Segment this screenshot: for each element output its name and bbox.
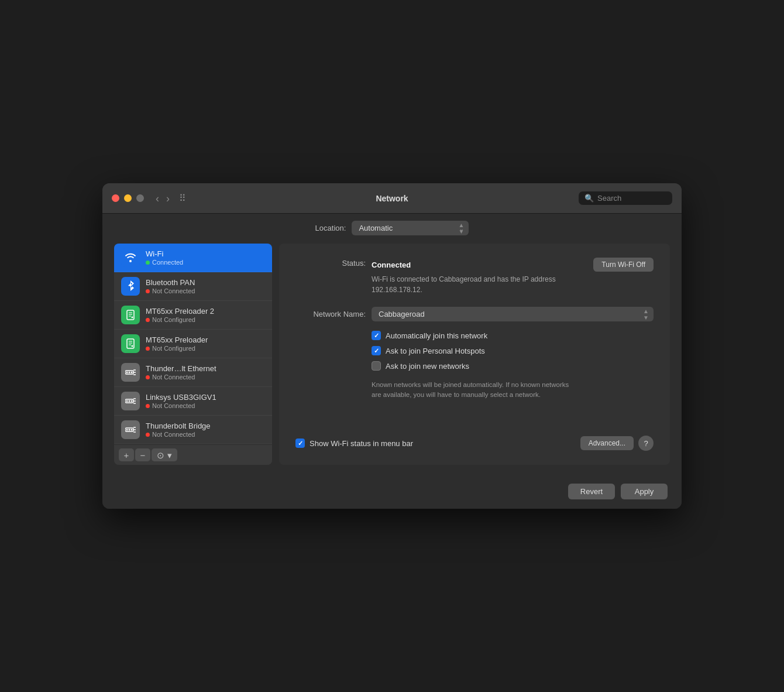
mt65xx-name: MT65xx Preloader: [146, 335, 208, 344]
show-wifi-checkbox[interactable]: ✓: [295, 439, 305, 448]
sidebar-item-wifi[interactable]: Wi-Fi Connected: [114, 244, 272, 272]
mt65xx2-status-text: Not Configured: [152, 316, 195, 323]
bluetooth-status-dot: [146, 289, 150, 293]
wifi-status: Connected: [146, 259, 183, 266]
linksys-name: Linksys USB3GIGV1: [146, 393, 216, 402]
sidebar-item-linksys[interactable]: Linksys USB3GIGV1 Not Connected: [114, 387, 272, 416]
svg-rect-2: [127, 339, 134, 348]
hint-text: Known networks will be joined automatica…: [372, 380, 570, 400]
auto-join-label: Automatically join this network: [386, 331, 487, 340]
linksys-icon: [121, 392, 140, 410]
network-name-row: Network Name: Cabbageroad ▲ ▼: [295, 307, 654, 321]
mt65xx-status-dot: [146, 347, 150, 351]
bluetooth-info: Bluetooth PAN Not Connected: [146, 278, 195, 294]
sidebar-item-mt65xx[interactable]: MT65xx Preloader Not Configured: [114, 330, 272, 358]
svg-point-3: [132, 345, 133, 347]
network-name-select[interactable]: Cabbageroad: [372, 307, 654, 321]
advanced-button[interactable]: Advanced...: [580, 436, 634, 450]
mt65xx-info: MT65xx Preloader Not Configured: [146, 335, 208, 352]
svg-point-12: [126, 400, 128, 402]
mt65xx2-name: MT65xx Preloader 2: [146, 307, 214, 316]
auto-join-checkbox[interactable]: ✓: [372, 331, 381, 340]
svg-point-1: [132, 317, 133, 318]
turn-wifi-off-button[interactable]: Turn Wi-Fi Off: [593, 258, 654, 272]
bottom-actions-row: ✓ Show Wi-Fi status in menu bar Advanced…: [295, 436, 654, 451]
thunderbolt-ethernet-name: Thunder…lt Ethernet: [146, 364, 216, 373]
add-network-button[interactable]: +: [119, 448, 134, 461]
wifi-status-dot: [146, 261, 150, 265]
bottom-right-buttons: Advanced... ?: [580, 436, 654, 451]
location-select[interactable]: Automatic Home Work: [352, 221, 469, 235]
search-box[interactable]: 🔍: [579, 191, 672, 205]
show-wifi-label: Show Wi-Fi status in menu bar: [310, 439, 413, 448]
grid-button[interactable]: ⠿: [177, 191, 188, 205]
status-description: Wi-Fi is connected to Cabbageroad and ha…: [372, 274, 559, 295]
revert-button[interactable]: Revert: [568, 484, 615, 499]
thunderbolt-ethernet-icon: [121, 363, 140, 382]
remove-network-button[interactable]: −: [135, 448, 150, 461]
minimize-button[interactable]: [124, 194, 132, 202]
mt65xx2-info: MT65xx Preloader 2 Not Configured: [146, 307, 214, 323]
status-value-col: Connected Turn Wi-Fi Off Wi-Fi is connec…: [372, 258, 654, 295]
checkboxes-section: ✓ Automatically join this network ✓ Ask …: [372, 331, 654, 371]
more-icon: ⊙ ▾: [157, 451, 171, 460]
search-icon: 🔍: [584, 194, 594, 203]
personal-hotspot-checkbox[interactable]: ✓: [372, 346, 381, 355]
svg-point-21: [131, 429, 133, 431]
detail-panel: Status: Connected Turn Wi-Fi Off Wi-Fi i…: [279, 244, 670, 465]
wifi-info: Wi-Fi Connected: [146, 249, 183, 266]
sidebar: Wi-Fi Connected Blue: [114, 244, 272, 465]
svg-rect-0: [127, 310, 134, 320]
back-button[interactable]: ‹: [153, 192, 161, 205]
wifi-status-text: Connected: [152, 259, 183, 266]
thunderbolt-bridge-name: Thunderbolt Bridge: [146, 422, 211, 430]
auto-join-checkmark: ✓: [374, 332, 379, 340]
sidebar-item-thunderbolt-ethernet[interactable]: Thunder…lt Ethernet Not Connected: [114, 358, 272, 387]
svg-point-20: [129, 429, 130, 431]
network-name-select-wrapper: Cabbageroad ▲ ▼: [372, 307, 654, 321]
status-connected-row: Connected Turn Wi-Fi Off: [372, 258, 654, 272]
linksys-info: Linksys USB3GIGV1 Not Connected: [146, 393, 216, 409]
bluetooth-icon: [121, 277, 140, 296]
thunderbolt-bridge-status-dot: [146, 433, 150, 437]
show-wifi-row: ✓ Show Wi-Fi status in menu bar: [295, 439, 413, 448]
window-bottom: Revert Apply: [102, 477, 682, 509]
status-row: Status: Connected Turn Wi-Fi Off Wi-Fi i…: [295, 258, 654, 295]
auto-join-row: ✓ Automatically join this network: [372, 331, 654, 340]
new-networks-checkbox[interactable]: [372, 361, 381, 371]
thunderbolt-bridge-info: Thunderbolt Bridge Not Connected: [146, 422, 211, 438]
personal-hotspot-label: Ask to join Personal Hotspots: [386, 347, 485, 355]
thunderbolt-bridge-icon: [121, 420, 140, 439]
location-row: Location: Automatic Home Work ▲ ▼: [102, 214, 682, 244]
titlebar: ‹ › ⠿ Network 🔍: [102, 183, 682, 214]
help-button[interactable]: ?: [638, 436, 654, 451]
thunderbolt-ethernet-status: Not Connected: [146, 374, 216, 381]
sidebar-item-bluetooth[interactable]: Bluetooth PAN Not Connected: [114, 272, 272, 301]
sidebar-item-mt65xx2[interactable]: MT65xx Preloader 2 Not Configured: [114, 301, 272, 330]
maximize-button[interactable]: [136, 194, 144, 202]
show-wifi-checkmark: ✓: [298, 440, 303, 447]
more-options-button[interactable]: ⊙ ▾: [152, 448, 177, 461]
forward-button[interactable]: ›: [164, 192, 172, 205]
sidebar-list: Wi-Fi Connected Blue: [114, 244, 272, 444]
new-networks-label: Ask to join new networks: [386, 362, 469, 371]
linksys-status-text: Not Connected: [152, 402, 195, 409]
wifi-icon: [121, 248, 140, 267]
sidebar-item-thunderbolt-bridge[interactable]: Thunderbolt Bridge Not Connected: [114, 416, 272, 444]
apply-button[interactable]: Apply: [621, 484, 668, 499]
mt65xx-status: Not Configured: [146, 345, 208, 352]
search-input[interactable]: [597, 194, 666, 203]
bluetooth-name: Bluetooth PAN: [146, 278, 195, 287]
svg-point-7: [131, 372, 133, 374]
main-content: Wi-Fi Connected Blue: [102, 244, 682, 477]
close-button[interactable]: [112, 194, 119, 202]
wifi-name: Wi-Fi: [146, 249, 183, 258]
network-preferences-window: ‹ › ⠿ Network 🔍 Location: Automatic Home…: [102, 183, 682, 509]
thunderbolt-bridge-status-text: Not Connected: [152, 431, 195, 438]
sidebar-footer: + − ⊙ ▾: [114, 444, 272, 465]
location-label: Location:: [315, 224, 346, 232]
network-name-label: Network Name:: [295, 310, 366, 318]
mt65xx2-status-dot: [146, 318, 150, 322]
bluetooth-status: Not Connected: [146, 287, 195, 294]
personal-hotspot-checkmark: ✓: [374, 347, 379, 355]
